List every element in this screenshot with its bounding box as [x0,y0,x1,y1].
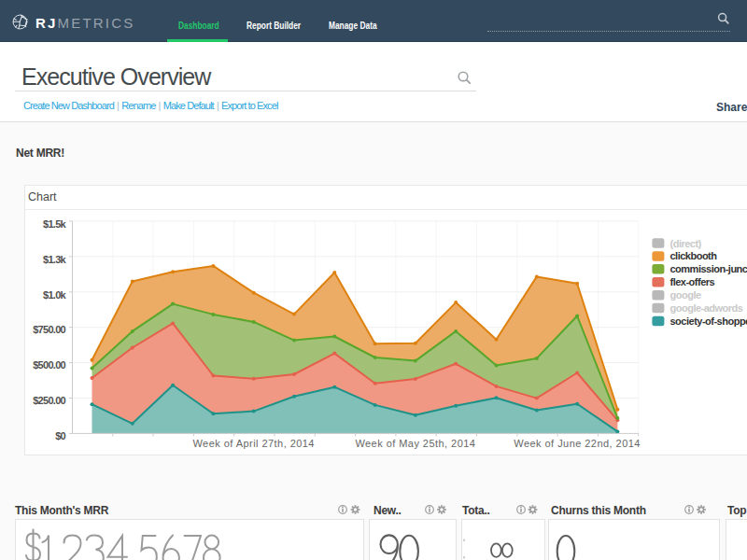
svg-text:clickbooth: clickbooth [670,250,718,261]
svg-text:Week of April 27th, 2014: Week of April 27th, 2014 [192,438,314,449]
svg-text:$500.00: $500.00 [33,359,65,371]
svg-text:Week of May 25th, 2014: Week of May 25th, 2014 [355,438,475,449]
svg-text:$0: $0 [55,430,65,441]
svg-text:google-adwords: google-adwords [670,302,743,314]
svg-text:commission-junction: commission-junction [670,263,747,274]
svg-text:society-of-shoppers: society-of-shoppers [670,315,747,327]
svg-text:Week of June 22nd, 2014: Week of June 22nd, 2014 [514,438,641,449]
svg-text:$1.0k: $1.0k [43,289,67,301]
svg-text:$1.5k: $1.5k [43,218,67,230]
svg-text:$750.00: $750.00 [33,324,65,335]
svg-text:$250.00: $250.00 [33,395,65,406]
svg-text:$1.3k: $1.3k [43,254,67,265]
svg-text:flex-offers: flex-offers [670,276,715,287]
svg-text:(direct): (direct) [670,238,702,249]
svg-text:google: google [670,289,701,301]
